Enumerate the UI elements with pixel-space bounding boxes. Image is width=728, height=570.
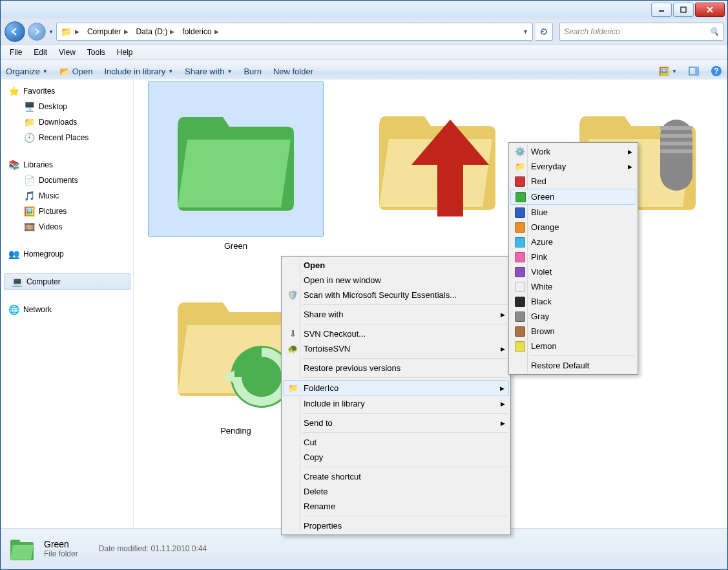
libraries-group[interactable]: 📚Libraries <box>1 157 133 173</box>
ctx-create-shortcut[interactable]: Create shortcut <box>283 469 509 484</box>
menu-view[interactable]: View <box>54 47 81 58</box>
network-item[interactable]: 🌐Network <box>1 302 133 317</box>
address-dropdown-icon[interactable]: ▼ <box>519 28 532 35</box>
sidebar-item-videos[interactable]: 🎞️Videos <box>1 219 133 235</box>
sub-red[interactable]: Red <box>510 174 636 189</box>
date-modified-value: 01.11.2010 0:44 <box>151 544 207 553</box>
sidebar-item-recent[interactable]: 🕘Recent Places <box>1 130 133 145</box>
address-bar[interactable]: 📁▶ Computer▶ Data (D:)▶ folderico▶ ▼ <box>56 23 533 41</box>
crumb-computer[interactable]: Computer <box>87 27 121 36</box>
sidebar-item-desktop[interactable]: 🖥️Desktop <box>1 99 133 114</box>
sidebar-item-music[interactable]: 🎵Music <box>1 188 133 204</box>
sub-brown[interactable]: Brown <box>510 324 636 339</box>
ctx-include-library[interactable]: Include in library▶ <box>283 396 509 411</box>
orange-swatch-icon <box>515 222 525 233</box>
sidebar-item-documents[interactable]: 📄Documents <box>1 173 133 188</box>
videos-icon: 🎞️ <box>23 222 35 232</box>
green-swatch-icon <box>515 192 526 202</box>
folder-green[interactable]: Green <box>145 81 326 251</box>
minimize-button[interactable] <box>651 3 672 17</box>
sub-gray[interactable]: Gray <box>510 309 636 324</box>
violet-swatch-icon <box>515 267 525 277</box>
history-dropdown-icon[interactable]: ▼ <box>48 29 54 35</box>
ctx-copy[interactable]: Copy <box>283 450 509 465</box>
folderico-submenu: ⚙️Work▶ 📁Everyday▶ Red Green Blue Orange… <box>508 142 638 375</box>
documents-icon: 📄 <box>23 175 35 185</box>
svg-rect-1 <box>681 7 686 12</box>
homegroup-item[interactable]: 👥Homegroup <box>1 246 133 262</box>
ctx-scan[interactable]: 🛡️Scan with Microsoft Security Essential… <box>283 288 509 302</box>
azure-swatch-icon <box>515 237 525 248</box>
folder-upload[interactable] <box>347 81 528 236</box>
svg-rect-5 <box>695 67 698 75</box>
search-icon: 🔍 <box>709 27 719 36</box>
back-button[interactable] <box>5 21 25 42</box>
red-swatch-icon <box>515 176 525 187</box>
sub-green[interactable]: Green <box>510 189 636 205</box>
sub-black[interactable]: Black <box>510 294 636 309</box>
close-button[interactable] <box>695 3 725 17</box>
menu-help[interactable]: Help <box>112 47 138 58</box>
sub-violet[interactable]: Violet <box>510 264 636 279</box>
maximize-button[interactable] <box>673 3 694 17</box>
organize-button[interactable]: Organize▼ <box>6 67 48 76</box>
ctx-folderico[interactable]: 📁FolderIco▶ <box>283 380 509 396</box>
svg-rect-8 <box>660 120 692 191</box>
folder-label: Green <box>145 241 326 251</box>
sub-work[interactable]: ⚙️Work▶ <box>510 144 636 159</box>
refresh-button[interactable] <box>536 23 553 41</box>
ctx-restore-versions[interactable]: Restore previous versions <box>283 361 509 375</box>
gear-icon: ⚙️ <box>514 146 526 158</box>
ctx-tortoisesvn[interactable]: 🐢TortoiseSVN▶ <box>283 341 509 356</box>
sub-everyday[interactable]: 📁Everyday▶ <box>510 159 636 174</box>
folderico-icon: 📁 <box>287 383 299 394</box>
desktop-icon: 🖥️ <box>23 101 35 112</box>
upload-folder-icon <box>366 94 508 223</box>
sub-restore-default[interactable]: Restore Default <box>510 358 636 373</box>
sidebar-item-downloads[interactable]: 📁Downloads <box>1 114 133 130</box>
ctx-properties[interactable]: Properties <box>283 518 509 533</box>
forward-button[interactable] <box>28 23 46 41</box>
newfolder-button[interactable]: New folder <box>273 67 313 76</box>
include-button[interactable]: Include in library▼ <box>104 67 173 76</box>
crumb-folder[interactable]: folderico <box>182 27 211 36</box>
ctx-delete[interactable]: Delete <box>283 484 509 499</box>
sub-white[interactable]: White <box>510 279 636 294</box>
downloads-icon: 📁 <box>23 117 35 127</box>
menu-file[interactable]: File <box>5 47 27 58</box>
burn-button[interactable]: Burn <box>244 67 261 76</box>
help-button[interactable]: ? <box>711 65 722 77</box>
crumb-drive[interactable]: Data (D:) <box>136 27 168 36</box>
view-button[interactable]: 🖼️▼ <box>659 67 677 76</box>
black-swatch-icon <box>515 297 525 307</box>
share-button[interactable]: Share with▼ <box>185 67 232 76</box>
ctx-open-new-window[interactable]: Open in new window <box>283 273 509 288</box>
open-button[interactable]: 📂Open <box>59 67 93 76</box>
sub-pink[interactable]: Pink <box>510 249 636 264</box>
ctx-rename[interactable]: Rename <box>283 499 509 514</box>
ctx-cut[interactable]: Cut <box>283 435 509 450</box>
ctx-open[interactable]: Open <box>283 258 509 273</box>
sub-lemon[interactable]: Lemon <box>510 339 636 354</box>
ctx-send-to[interactable]: Send to▶ <box>283 416 509 430</box>
sub-azure[interactable]: Azure <box>510 235 636 249</box>
context-menu: Open Open in new window 🛡️Scan with Micr… <box>281 256 511 535</box>
sidebar-item-computer[interactable]: 💻Computer <box>4 273 130 290</box>
sidebar-item-pictures[interactable]: 🖼️Pictures <box>1 204 133 219</box>
svn-icon: ⇩ <box>287 328 298 340</box>
explorer-window: ▼ 📁▶ Computer▶ Data (D:)▶ folderico▶ ▼ S… <box>0 0 728 570</box>
libraries-icon: 📚 <box>8 160 19 170</box>
sub-orange[interactable]: Orange <box>510 220 636 235</box>
svg-text:?: ? <box>714 67 718 76</box>
favorites-group[interactable]: ⭐Favorites <box>1 83 133 99</box>
ctx-svn-checkout[interactable]: ⇩SVN Checkout... <box>283 326 509 341</box>
status-folder-icon <box>8 534 36 563</box>
svg-rect-12 <box>660 149 692 153</box>
sub-blue[interactable]: Blue <box>510 205 636 220</box>
search-input[interactable]: Search folderico 🔍 <box>559 23 723 41</box>
preview-pane-button[interactable] <box>689 66 699 76</box>
menu-tools[interactable]: Tools <box>82 47 110 58</box>
ctx-share-with[interactable]: Share with▶ <box>283 307 509 322</box>
menu-edit[interactable]: Edit <box>28 47 52 58</box>
lemon-swatch-icon <box>515 341 525 352</box>
